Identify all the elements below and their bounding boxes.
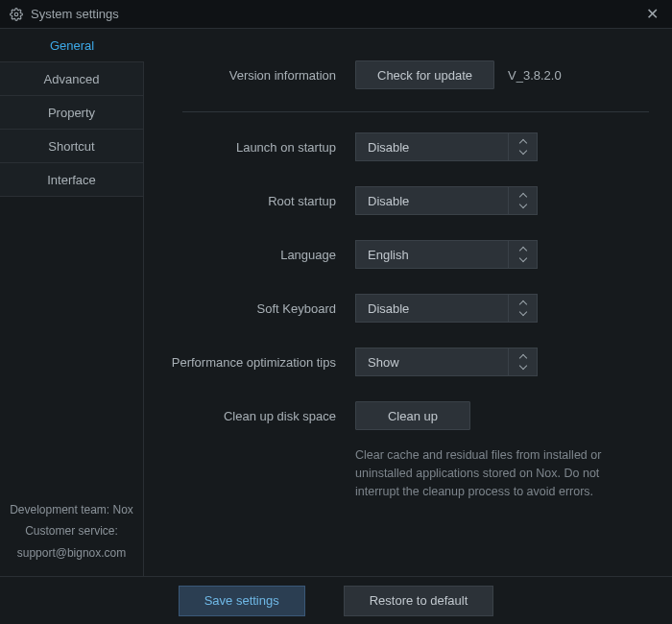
sidebar-spacer — [0, 197, 144, 488]
select-value: English — [368, 248, 409, 262]
version-value: V_3.8.2.0 — [508, 68, 562, 83]
svg-point-0 — [14, 12, 18, 16]
cleanup-hint: Clear cache and residual files from inst… — [355, 446, 649, 500]
select-soft-keyboard[interactable]: Disable — [355, 294, 538, 323]
chevron-updown-icon — [508, 241, 537, 268]
label-root: Root startup — [144, 194, 355, 208]
customer-service-label: Customer service: — [8, 520, 135, 542]
row-launch-startup: Launch on startup Disable — [144, 120, 649, 174]
row-version: Version information Check for update V_3… — [144, 48, 649, 102]
close-icon[interactable]: ✕ — [642, 5, 662, 23]
select-value: Show — [368, 355, 399, 370]
cleanup-button[interactable]: Clean up — [355, 401, 470, 430]
row-soft-keyboard: Soft Keyboard Disable — [144, 281, 649, 335]
select-perf-tips[interactable]: Show — [355, 348, 538, 376]
select-value: Disable — [368, 140, 409, 155]
content-panel: Version information Check for update V_3… — [144, 29, 672, 576]
sidebar-footer: Development team: Nox Customer service: … — [0, 488, 144, 576]
tab-general[interactable]: General — [0, 29, 144, 62]
tab-interface[interactable]: Interface — [0, 163, 144, 197]
tab-advanced[interactable]: Advanced — [0, 62, 144, 96]
select-launch-startup[interactable]: Disable — [355, 132, 538, 161]
label-version: Version information — [144, 68, 355, 83]
select-value: Disable — [368, 194, 409, 208]
label-language: Language — [144, 248, 355, 262]
support-email: support@bignox.com — [8, 542, 135, 564]
chevron-updown-icon — [508, 133, 537, 160]
select-root-startup[interactable]: Disable — [355, 186, 538, 215]
select-language[interactable]: English — [355, 240, 538, 269]
chevron-updown-icon — [508, 187, 537, 214]
sidebar: General Advanced Property Shortcut Inter… — [0, 29, 144, 576]
label-perf: Performance optimization tips — [144, 355, 355, 370]
check-update-button[interactable]: Check for update — [355, 60, 494, 89]
row-perf-tips: Performance optimization tips Show — [144, 335, 649, 389]
label-cleanup: Clean up disk space — [144, 409, 355, 423]
gear-icon — [10, 8, 23, 21]
row-cleanup: Clean up disk space Clean up — [144, 389, 649, 443]
save-settings-button[interactable]: Save settings — [179, 586, 305, 616]
label-softkb: Soft Keyboard — [144, 301, 355, 316]
row-language: Language English — [144, 228, 649, 281]
label-launch: Launch on startup — [144, 140, 355, 155]
row-root-startup: Root startup Disable — [144, 174, 649, 228]
chevron-updown-icon — [508, 295, 537, 322]
divider — [182, 111, 649, 112]
footer: Save settings Restore to default — [0, 576, 672, 624]
select-value: Disable — [368, 301, 409, 316]
tab-property[interactable]: Property — [0, 96, 144, 130]
restore-default-button[interactable]: Restore to default — [344, 586, 494, 616]
chevron-updown-icon — [508, 348, 537, 375]
dev-team-label: Development team: Nox — [8, 499, 135, 521]
main-area: General Advanced Property Shortcut Inter… — [0, 29, 672, 576]
titlebar: System settings ✕ — [0, 0, 672, 29]
window-title: System settings — [31, 7, 642, 21]
tab-shortcut[interactable]: Shortcut — [0, 130, 144, 163]
